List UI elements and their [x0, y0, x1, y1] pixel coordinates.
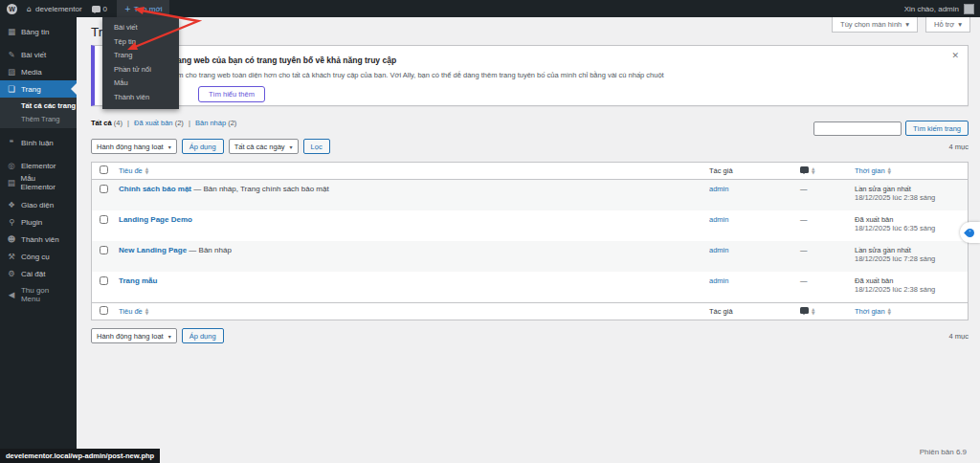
select-all-checkbox[interactable]: [100, 306, 108, 315]
row-checkbox[interactable]: [100, 276, 108, 285]
admin-bar-new-button[interactable]: + Tạo mới: [117, 0, 169, 17]
filter-count: (4): [114, 119, 122, 127]
sidebar-item-users[interactable]: ☻ Thành viên: [0, 231, 77, 248]
bulk-action-label: Hành động hàng loạt: [97, 143, 164, 151]
date-filter-label: Tất cả các ngày: [234, 143, 285, 151]
dashboard-icon: ▦: [7, 27, 16, 36]
apply-button[interactable]: Áp dụng: [182, 139, 224, 154]
page-title-link[interactable]: Landing Page Demo: [119, 215, 192, 224]
submenu-all-pages[interactable]: Tất cả các trang: [0, 99, 77, 113]
sort-icon: ▲▼: [145, 167, 148, 175]
accessibility-notice: Trang web của bạn có trang tuyên bố về k…: [91, 45, 969, 106]
sidebar-item-elementor[interactable]: ◎ Elementor: [0, 157, 77, 174]
page-state-label: — Bản nháp, Trang chính sách bảo mật: [191, 185, 329, 193]
row-checkbox[interactable]: [100, 246, 108, 254]
sidebar-item-label: Bài viết: [21, 51, 46, 59]
sidebar-item-label: Thành viên: [21, 235, 59, 244]
table-row: New Landing Page — Bản nháp admin — Lần …: [92, 241, 968, 272]
row-date: 18/12/2025 lúc 2:38 sáng: [855, 193, 962, 202]
submenu-add-page[interactable]: Thêm Trang: [0, 113, 77, 126]
learn-more-button[interactable]: Tìm hiểu thêm: [198, 86, 265, 102]
sidebar-item-plugins[interactable]: ⚲ Plugin: [0, 213, 77, 231]
time-header-label: Thời gian: [855, 307, 885, 316]
sidebar-item-posts[interactable]: ✎ Bài viết: [0, 46, 77, 63]
row-status: Đã xuất bản: [855, 276, 962, 285]
sort-title-header[interactable]: Tiêu đề: [119, 307, 143, 316]
new-menu-page[interactable]: Trang: [102, 49, 179, 63]
sidebar-item-label: Giao diện: [21, 201, 54, 209]
comments-column-icon[interactable]: [800, 307, 809, 314]
apply-button[interactable]: Áp dụng: [182, 328, 224, 343]
help-button[interactable]: Hỗ trợ ▾: [925, 17, 970, 33]
sidebar-item-elementor-templates[interactable]: ▤ Mẫu Elementor: [0, 174, 77, 191]
screen-options-button[interactable]: Tùy chọn màn hình ▾: [832, 17, 918, 33]
author-header-label: Tác giả: [709, 166, 733, 175]
select-all-checkbox[interactable]: [100, 165, 108, 174]
comment-dash: —: [800, 246, 808, 254]
wordpress-logo-icon[interactable]: W: [7, 4, 17, 14]
sort-time-header[interactable]: Thời gian: [855, 307, 885, 316]
filter-button[interactable]: Lọc: [303, 139, 330, 154]
page-title-link[interactable]: Chính sách bảo mật: [119, 185, 191, 193]
sidebar-item-media[interactable]: ▨ Media: [0, 63, 77, 80]
row-status: Lần sửa gần nhất: [855, 246, 962, 254]
close-icon[interactable]: ✕: [951, 51, 959, 60]
date-filter-select[interactable]: Tất cả các ngày ▾: [229, 139, 299, 154]
author-header-label: Tác giả: [709, 307, 733, 316]
greeting-label[interactable]: Xin chào, admin: [904, 5, 959, 13]
bulk-action-label: Hành động hàng loạt: [97, 332, 164, 341]
bulk-action-select[interactable]: Hành động hàng loạt ▾: [91, 328, 177, 343]
filter-draft-link[interactable]: Bản nháp: [195, 119, 226, 127]
sort-icon: ▲▼: [812, 167, 814, 175]
table-row: Landing Page Demo admin — Đã xuất bản18/…: [92, 210, 968, 241]
new-menu-media[interactable]: Tệp tin: [102, 35, 179, 50]
admin-bar-comments[interactable]: 0: [92, 5, 107, 13]
bulk-action-select[interactable]: Hành động hàng loạt ▾: [91, 139, 177, 154]
sidebar-item-comments[interactable]: ❝ Bình luận: [0, 134, 77, 151]
appearance-icon: ❖: [7, 200, 16, 209]
sort-title-header[interactable]: Tiêu đề: [119, 166, 143, 175]
comment-count: 0: [103, 5, 107, 13]
collapse-menu-button[interactable]: ◀ Thu gọn Menu: [0, 286, 77, 303]
sidebar-item-pages[interactable]: ❏ Trang: [0, 80, 77, 98]
filter-all-link[interactable]: Tất cả: [91, 119, 112, 127]
sidebar-item-tools[interactable]: ⚒ Công cụ: [0, 248, 77, 265]
search-pages-button[interactable]: Tìm kiếm trang: [905, 121, 969, 136]
sidebar-item-appearance[interactable]: ❖ Giao diện: [0, 196, 77, 213]
author-link[interactable]: admin: [709, 276, 728, 285]
ally-floating-widget[interactable]: [960, 222, 980, 243]
admin-bar-site-name[interactable]: ⌂ develementor: [27, 5, 82, 13]
pages-icon: ❏: [7, 84, 16, 94]
row-checkbox[interactable]: [100, 185, 108, 193]
author-link[interactable]: admin: [709, 185, 728, 193]
sidebar-item-dashboard[interactable]: ▦ Bảng tin: [0, 23, 77, 40]
sidebar-item-label: Trang: [21, 85, 41, 94]
page-title-link[interactable]: Trang mẫu: [119, 276, 157, 285]
filter-published-link[interactable]: Đã xuất bản: [134, 119, 172, 127]
comments-icon: ❝: [7, 138, 16, 147]
collapse-icon: ◀: [7, 290, 16, 299]
search-input[interactable]: [813, 121, 902, 136]
table-row: Trang mẫu admin — Đã xuất bản18/12/2025 …: [92, 272, 968, 302]
new-button-label: Tạo mới: [134, 5, 163, 13]
table-nav-bottom: Hành động hàng loạt ▾ Áp dụng 4 mục: [91, 328, 969, 343]
comments-column-icon[interactable]: [800, 166, 809, 173]
new-menu-post[interactable]: Bài viết: [102, 21, 179, 35]
new-menu-popup[interactable]: Phần tử nổi: [102, 63, 179, 77]
new-menu-user[interactable]: Thành viên: [102, 91, 179, 105]
sidebar-item-settings[interactable]: ⚙ Cài đặt: [0, 265, 77, 282]
author-link[interactable]: admin: [709, 215, 728, 224]
sidebar-item-label: Bảng tin: [21, 28, 49, 36]
sort-time-header[interactable]: Thời gian: [855, 166, 885, 175]
row-checkbox[interactable]: [100, 215, 108, 224]
author-link[interactable]: admin: [709, 246, 728, 254]
time-header-label: Thời gian: [855, 166, 885, 175]
settings-icon: ⚙: [7, 269, 16, 278]
help-label: Hỗ trợ: [934, 20, 954, 29]
new-menu-template[interactable]: Mẫu: [102, 77, 179, 91]
footer-version: Phiên bản 6.9: [920, 448, 967, 456]
avatar[interactable]: [964, 4, 974, 14]
chevron-down-icon: ▾: [958, 20, 962, 29]
sort-icon: ▲▼: [888, 308, 891, 316]
page-title-link[interactable]: New Landing Page: [119, 246, 187, 254]
